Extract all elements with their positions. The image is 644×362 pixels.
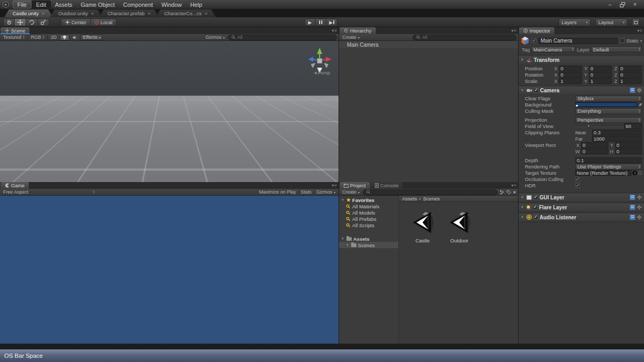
project-search-input[interactable] bbox=[363, 189, 498, 195]
tab-game[interactable]: Game bbox=[1, 182, 29, 189]
audio-toggle-button[interactable] bbox=[71, 35, 79, 40]
foldout-icon[interactable]: ▼ bbox=[521, 216, 525, 219]
viewport-w-field[interactable]: 0 bbox=[581, 148, 608, 154]
projection-dropdown[interactable]: Perspective▴▾ bbox=[575, 117, 642, 123]
scale-y-field[interactable]: 1 bbox=[589, 78, 612, 84]
minimize-icon[interactable]: – bbox=[605, 2, 615, 8]
tree-item-assets[interactable]: ▼ Assets bbox=[339, 236, 398, 242]
help-book-icon[interactable] bbox=[630, 88, 635, 93]
help-book-icon[interactable] bbox=[630, 195, 635, 200]
tree-item-all-scripts[interactable]: All Scripts bbox=[339, 222, 398, 228]
gameobject-name-field[interactable]: Main Camera bbox=[539, 38, 618, 44]
clear-flags-dropdown[interactable]: Skybox▴▾ bbox=[575, 95, 642, 102]
mode-2d-toggle[interactable]: 2D bbox=[49, 35, 59, 40]
game-gizmos-dropdown[interactable]: Gizmos ▾ bbox=[314, 189, 337, 195]
search-by-type-icon[interactable] bbox=[499, 189, 504, 195]
help-book-icon[interactable] bbox=[630, 215, 635, 220]
doc-tab-character-prefab[interactable]: Character.prefab × bbox=[99, 9, 159, 17]
scale-x-field[interactable]: 1 bbox=[559, 78, 582, 84]
project-create-button[interactable]: Create ▾ bbox=[341, 189, 361, 195]
pivot-local-button[interactable]: Local bbox=[91, 18, 117, 26]
gear-icon[interactable] bbox=[637, 215, 642, 220]
menu-item-window[interactable]: Window bbox=[157, 1, 186, 8]
tag-dropdown[interactable]: MainCamera ▴▾ bbox=[531, 46, 575, 52]
background-color-swatch[interactable] bbox=[575, 102, 637, 107]
gui-layer-component-header[interactable]: ▼ ✓ GUI Layer bbox=[519, 194, 644, 201]
help-book-icon[interactable] bbox=[630, 205, 635, 210]
tab-close-icon[interactable]: × bbox=[205, 11, 207, 16]
panel-menu-icon[interactable]: ▾≡ bbox=[511, 183, 516, 188]
object-picker-icon[interactable] bbox=[638, 171, 642, 175]
rotation-z-field[interactable]: 0 bbox=[619, 72, 642, 78]
panel-menu-icon[interactable]: ▾≡ bbox=[332, 183, 337, 188]
asset-grid[interactable]: Castle Outdoor bbox=[399, 202, 518, 344]
position-z-field[interactable]: 0 bbox=[619, 66, 642, 71]
search-by-label-icon[interactable] bbox=[506, 189, 511, 195]
move-tool-button[interactable] bbox=[15, 18, 26, 26]
flare-layer-enabled-checkbox[interactable]: ✓ bbox=[533, 205, 537, 210]
breadcrumb-root[interactable]: Assets bbox=[402, 196, 417, 201]
favorites-filter-icon[interactable]: ★ bbox=[513, 190, 516, 195]
menu-item-help[interactable]: Help bbox=[186, 1, 207, 8]
foldout-icon[interactable]: ▼ bbox=[341, 237, 345, 240]
effects-dropdown[interactable]: Effects ▾ bbox=[80, 35, 103, 40]
tab-inspector[interactable]: Inspector bbox=[519, 27, 554, 34]
foldout-icon[interactable]: ▼ bbox=[521, 206, 525, 209]
audio-listener-component-header[interactable]: ▼ ✓ Audio Listener bbox=[519, 214, 644, 221]
tree-item-all-materials[interactable]: All Materials bbox=[339, 203, 398, 209]
tab-hierarchy[interactable]: Hierarchy bbox=[340, 27, 376, 34]
tab-close-icon[interactable]: × bbox=[91, 11, 93, 16]
slider-knob[interactable] bbox=[587, 124, 590, 128]
breadcrumb-current[interactable]: Scenes bbox=[423, 196, 440, 201]
foldout-icon[interactable]: ▼ bbox=[346, 243, 350, 247]
tree-item-all-models[interactable]: All Models bbox=[339, 209, 398, 216]
rotation-x-field[interactable]: 0 bbox=[559, 72, 582, 78]
menu-item-edit[interactable]: Edit bbox=[31, 1, 51, 8]
doc-tab-character-script[interactable]: CharacterCo...cs × bbox=[156, 9, 216, 17]
perspective-mode-label[interactable]: ◀ Persp bbox=[314, 70, 330, 76]
foldout-icon[interactable]: ▼ bbox=[521, 58, 525, 61]
gear-icon[interactable] bbox=[637, 88, 642, 93]
tab-scene[interactable]: Scene bbox=[1, 27, 29, 34]
panel-menu-icon[interactable]: ▾≡ bbox=[637, 28, 642, 33]
menu-item-file[interactable]: File bbox=[13, 1, 31, 8]
scale-tool-button[interactable] bbox=[38, 18, 49, 26]
pivot-center-button[interactable]: Center bbox=[61, 18, 91, 26]
viewport-h-field[interactable]: 0 bbox=[615, 148, 642, 154]
aspect-dropdown[interactable]: Free Aspect ▴▾ bbox=[2, 189, 96, 195]
foldout-icon[interactable]: ▼ bbox=[521, 196, 525, 199]
restore-icon[interactable] bbox=[618, 2, 627, 8]
asset-item-castle[interactable]: Castle bbox=[406, 210, 439, 243]
layers-dropdown[interactable]: Layers ▾ bbox=[558, 18, 591, 26]
panel-menu-icon[interactable]: ▾≡ bbox=[332, 28, 337, 33]
menu-item-component[interactable]: Component bbox=[119, 1, 157, 8]
depth-field[interactable]: 0.1 bbox=[575, 157, 642, 163]
occlusion-culling-checkbox[interactable]: ✓ bbox=[575, 177, 580, 182]
fov-value-field[interactable]: 60 bbox=[624, 123, 642, 129]
rotation-y-field[interactable]: 0 bbox=[589, 72, 612, 78]
stats-toggle[interactable]: Stats bbox=[299, 189, 313, 195]
far-clip-field[interactable]: 1000 bbox=[592, 136, 642, 142]
gui-layer-enabled-checkbox[interactable]: ✓ bbox=[533, 195, 538, 200]
scale-z-field[interactable]: 1 bbox=[619, 78, 642, 84]
color-channel-dropdown[interactable]: RGB ▴▾ bbox=[29, 35, 46, 40]
gear-icon[interactable] bbox=[637, 195, 642, 200]
static-checkbox[interactable] bbox=[620, 38, 625, 43]
asset-item-outdoor[interactable]: Outdoor bbox=[443, 210, 476, 243]
doc-tab-outdoor[interactable]: Outdoor.unity × bbox=[50, 9, 102, 17]
flare-layer-component-header[interactable]: ▼ ✓ Flare Layer bbox=[519, 204, 644, 211]
eyedropper-icon[interactable]: ✎ bbox=[638, 103, 642, 107]
hierarchy-item-main-camera[interactable]: Main Camera bbox=[339, 41, 518, 48]
tab-close-icon[interactable]: × bbox=[42, 11, 45, 16]
scene-gizmos-dropdown[interactable]: Gizmos ▾ bbox=[204, 35, 226, 40]
fov-slider[interactable] bbox=[575, 123, 623, 129]
tree-item-favorites[interactable]: ▼ ★ Favorites bbox=[339, 197, 398, 203]
hand-tool-button[interactable] bbox=[3, 18, 15, 26]
gear-icon[interactable] bbox=[637, 205, 642, 210]
hierarchy-create-button[interactable]: Create ▾ bbox=[341, 35, 361, 40]
rotate-tool-button[interactable] bbox=[26, 18, 38, 26]
static-toggle[interactable]: Static ▾ bbox=[620, 38, 642, 44]
lighting-toggle-button[interactable] bbox=[60, 35, 69, 40]
near-clip-field[interactable]: 0.3 bbox=[592, 130, 642, 135]
camera-component-header[interactable]: ▼ ✓ Camera bbox=[519, 87, 644, 94]
